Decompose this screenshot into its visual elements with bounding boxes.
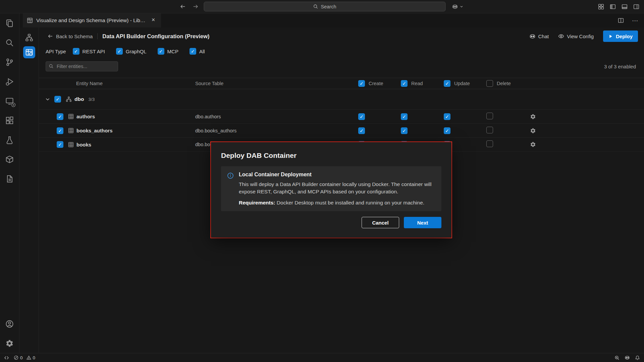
activity-source-control[interactable] (0, 52, 19, 72)
filter-search-icon (49, 64, 54, 69)
update-checkbox[interactable] (444, 113, 450, 120)
forward-nav-icon[interactable] (191, 2, 200, 11)
dab-config-icon[interactable] (23, 46, 35, 58)
create-label: Create (369, 81, 383, 86)
copilot-chat-icon (529, 33, 536, 40)
activity-testing[interactable] (0, 130, 19, 149)
back-to-schema-link[interactable]: Back to Schema (48, 34, 93, 39)
chat-button[interactable]: Chat (529, 33, 549, 40)
dialog-title: Deploy DAB Container (221, 152, 441, 160)
delete-all-checkbox[interactable] (486, 80, 493, 87)
toggle-sidebar-icon[interactable] (610, 4, 616, 10)
remote-indicator-icon[interactable] (4, 355, 9, 360)
option-all[interactable]: All (190, 48, 205, 55)
debug-play-icon (5, 77, 14, 86)
arrow-left-icon (48, 34, 53, 39)
toggle-secondary-sidebar-icon[interactable] (633, 4, 639, 10)
tab-label: Visualize and Design Schema (Preview) - … (36, 17, 146, 23)
option-rest-api[interactable]: REST API (73, 48, 105, 55)
chevron-down-icon (460, 5, 464, 8)
activity-account[interactable] (0, 314, 19, 334)
chevron-down-icon[interactable] (45, 97, 50, 102)
toggle-panel-icon[interactable] (622, 4, 628, 10)
activity-search[interactable] (0, 33, 19, 52)
create-all-checkbox[interactable] (358, 80, 365, 87)
group-checkbox[interactable] (54, 96, 61, 103)
close-icon[interactable]: × (150, 17, 157, 24)
table-header: Entity Name Source Table Create Read (39, 78, 644, 89)
schema-tool-strip (19, 27, 39, 353)
git-branch-icon (5, 58, 14, 66)
table-row: books_authors dbo.books_authors (39, 123, 644, 137)
row-checkbox[interactable] (57, 141, 63, 148)
customize-layout-icon[interactable] (598, 4, 604, 10)
warning-icon (26, 355, 31, 360)
deploy-button[interactable]: Deploy (603, 31, 638, 42)
info-icon (227, 172, 234, 206)
col-create: Create (358, 80, 401, 87)
activity-packages[interactable] (0, 149, 19, 169)
delete-checkbox[interactable] (486, 113, 493, 119)
schema-designer-icon[interactable] (23, 32, 35, 44)
bell-icon[interactable] (635, 355, 640, 360)
annotation-highlight-box: Deploy DAB Container Local Container Dep… (210, 141, 452, 238)
row-settings-gear-icon[interactable] (530, 141, 536, 147)
col-read: Read (401, 80, 444, 87)
read-label: Read (411, 81, 423, 86)
update-checkbox[interactable] (444, 127, 450, 134)
requirements-body: Docker Desktop must be installed and run… (277, 200, 424, 205)
read-all-checkbox[interactable] (401, 80, 408, 87)
view-config-label: View Config (567, 34, 594, 39)
group-count: 3/3 (88, 97, 95, 102)
activity-extensions[interactable] (0, 111, 19, 130)
back-nav-icon[interactable] (178, 2, 187, 11)
read-checkbox[interactable] (401, 127, 408, 134)
warning-count: 0 (33, 355, 36, 360)
rest-api-checkbox[interactable] (73, 48, 79, 55)
cancel-button[interactable]: Cancel (362, 217, 399, 228)
activity-explorer[interactable] (0, 13, 19, 33)
create-checkbox[interactable] (358, 113, 365, 120)
activity-remote-explorer[interactable] (0, 91, 19, 111)
api-type-label: API Type (46, 49, 66, 54)
all-checkbox[interactable] (190, 48, 196, 55)
all-label: All (199, 49, 205, 54)
page-title: Data API Builder Configuration (Preview) (102, 33, 209, 40)
problems-indicator[interactable]: 0 0 (14, 355, 35, 360)
zoom-icon[interactable] (614, 355, 620, 360)
col-delete: Delete (486, 80, 530, 87)
next-button[interactable]: Next (404, 217, 441, 228)
filter-entities-input[interactable] (46, 61, 118, 71)
copilot-menu-button[interactable] (450, 2, 466, 11)
table-icon (68, 142, 74, 147)
status-bar: 0 0 (0, 353, 644, 362)
option-mcp[interactable]: MCP (158, 48, 178, 55)
activity-notes[interactable] (0, 169, 19, 188)
update-all-checkbox[interactable] (444, 80, 450, 87)
more-actions-icon[interactable]: ⋯ (632, 17, 639, 24)
create-checkbox[interactable] (358, 127, 365, 134)
read-checkbox[interactable] (401, 113, 408, 120)
tab-visualize-schema[interactable]: Visualize and Design Schema (Preview) - … (23, 13, 161, 27)
mcp-checkbox[interactable] (158, 48, 164, 55)
row-settings-gear-icon[interactable] (530, 114, 536, 120)
graphql-checkbox[interactable] (116, 48, 123, 55)
deploy-dab-dialog: Deploy DAB Container Local Container Dep… (211, 142, 451, 238)
split-editor-icon[interactable] (616, 16, 625, 25)
view-config-button[interactable]: View Config (558, 33, 594, 39)
activity-settings[interactable] (0, 334, 19, 353)
delete-checkbox[interactable] (486, 140, 493, 147)
vscode-window: Search (0, 0, 644, 362)
schema-group-row: dbo 3/3 (39, 89, 644, 109)
copilot-status-icon[interactable] (625, 355, 630, 360)
filter-row: 3 of 3 enabled (39, 59, 644, 74)
search-icon (5, 39, 14, 47)
activity-run-debug[interactable] (0, 72, 19, 91)
option-graphql[interactable]: GraphQL (116, 48, 147, 55)
row-checkbox[interactable] (57, 127, 63, 134)
error-icon (14, 355, 18, 360)
command-center-search[interactable]: Search (204, 2, 446, 11)
row-checkbox[interactable] (57, 113, 63, 120)
row-settings-gear-icon[interactable] (530, 128, 536, 134)
delete-checkbox[interactable] (486, 127, 493, 133)
